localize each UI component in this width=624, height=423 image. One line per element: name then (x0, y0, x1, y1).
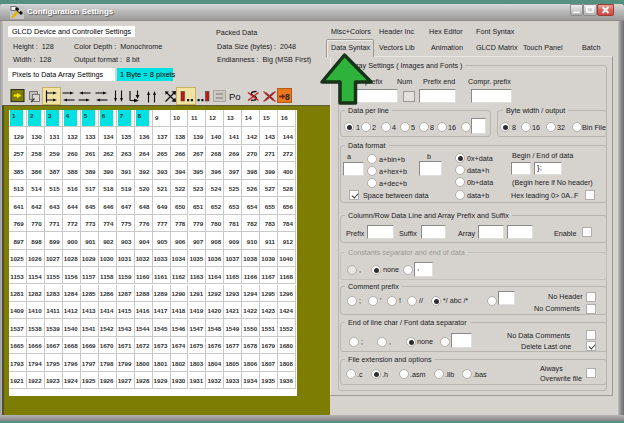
svg-text:8: 8 (285, 92, 290, 102)
